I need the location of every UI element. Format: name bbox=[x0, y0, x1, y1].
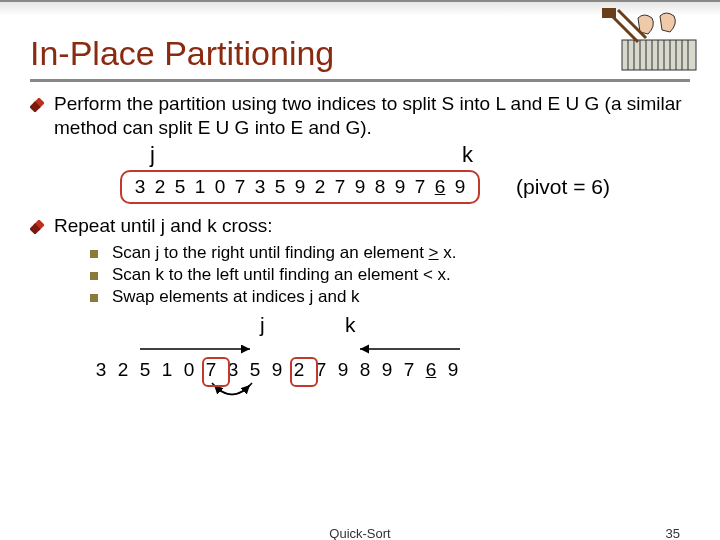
jk-arrows bbox=[120, 339, 690, 359]
bullet-1: Perform the partition using two indices … bbox=[30, 92, 690, 140]
k-label-2: k bbox=[345, 313, 356, 337]
highlight-j bbox=[202, 357, 230, 387]
array-2: 32510735927989769 bbox=[90, 359, 690, 381]
array-row-2: 32510735927989769 bbox=[90, 359, 690, 381]
square-bullet-icon bbox=[90, 294, 98, 302]
sub-bullet-3: Swap elements at indices j and k bbox=[90, 287, 690, 307]
footer-page-number: 35 bbox=[666, 526, 680, 540]
highlight-k bbox=[290, 357, 318, 387]
square-bullet-icon bbox=[90, 250, 98, 258]
sub-bullet-2: Scan k to the left until finding an elem… bbox=[90, 265, 690, 285]
bullet-2-text: Repeat until j and k cross: bbox=[54, 214, 273, 238]
bullet-2: Repeat until j and k cross: bbox=[30, 214, 690, 238]
square-bullet-icon bbox=[90, 272, 98, 280]
svg-rect-0 bbox=[622, 40, 696, 70]
sub-bullet-2-text: Scan k to the left until finding an elem… bbox=[112, 265, 451, 285]
j-label-2: j bbox=[260, 313, 265, 337]
sub-bullet-3-text: Swap elements at indices j and k bbox=[112, 287, 360, 307]
swap-arc bbox=[90, 381, 690, 413]
slide-title: In-Place Partitioning bbox=[30, 34, 690, 82]
jk-labels-2: j k bbox=[120, 313, 690, 339]
k-label-1: k bbox=[462, 142, 473, 168]
pivot-note: (pivot = 6) bbox=[516, 175, 610, 199]
sub-bullet-1-text: Scan j to the right until finding an ele… bbox=[112, 243, 456, 263]
diamond-bullet-icon bbox=[30, 98, 44, 112]
j-label-1: j bbox=[150, 142, 155, 168]
jk-labels-1: j k bbox=[150, 142, 690, 168]
array-1: 32510735927989769 bbox=[120, 170, 480, 204]
corner-illustration bbox=[594, 6, 704, 78]
array-row-1: 32510735927989769 (pivot = 6) bbox=[120, 170, 690, 204]
svg-line-12 bbox=[610, 14, 638, 42]
svg-rect-14 bbox=[602, 8, 616, 18]
footer-center: Quick-Sort bbox=[329, 526, 390, 540]
sub-bullet-1: Scan j to the right until finding an ele… bbox=[90, 243, 690, 263]
diamond-bullet-icon bbox=[30, 220, 44, 234]
bullet-1-text: Perform the partition using two indices … bbox=[54, 92, 690, 140]
